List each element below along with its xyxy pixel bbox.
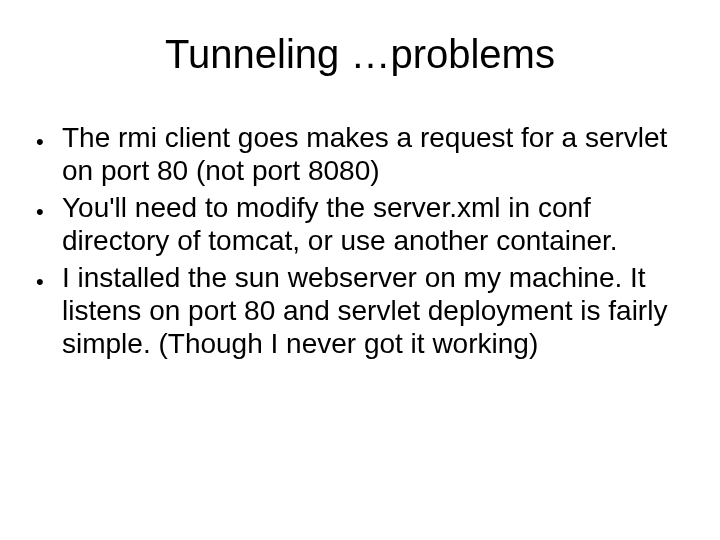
list-item: You'll need to modify the server.xml in … xyxy=(34,191,690,257)
bullet-text: You'll need to modify the server.xml in … xyxy=(62,191,690,257)
slide-title: Tunneling …problems xyxy=(30,32,690,77)
bullet-icon xyxy=(34,191,62,226)
list-item: I installed the sun webserver on my mach… xyxy=(34,261,690,360)
bullet-icon xyxy=(34,121,62,156)
slide: Tunneling …problems The rmi client goes … xyxy=(0,0,720,540)
bullet-icon xyxy=(34,261,62,296)
list-item: The rmi client goes makes a request for … xyxy=(34,121,690,187)
bullet-text: The rmi client goes makes a request for … xyxy=(62,121,690,187)
slide-body: The rmi client goes makes a request for … xyxy=(30,121,690,360)
bullet-text: I installed the sun webserver on my mach… xyxy=(62,261,690,360)
